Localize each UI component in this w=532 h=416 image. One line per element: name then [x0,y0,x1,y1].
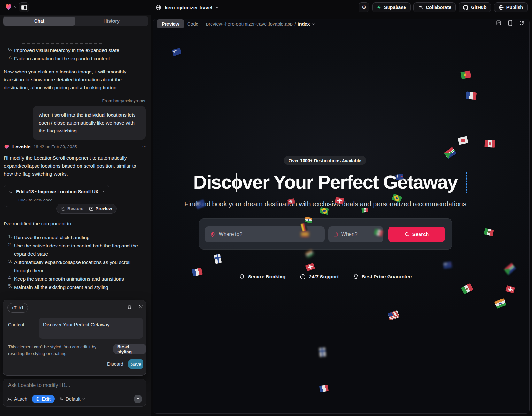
element-editor-panel: TT h1 Content Discover Your Perfect Geta… [3,300,146,376]
tab-code[interactable]: Code [185,19,201,28]
heart-icon [4,144,10,149]
message-menu-button[interactable]: ⋯ [142,144,147,149]
where-input[interactable] [219,231,320,237]
attach-button[interactable]: Attach [7,397,27,402]
flag-za-icon [444,147,456,159]
panel-icon [21,5,27,10]
arrow-up-icon [136,397,140,401]
url-bar[interactable]: preview--hero-optimizer-travel.lovable.a… [206,19,315,28]
where-field[interactable] [205,226,325,242]
flag-ch-icon [505,285,515,293]
flag-fi-icon [319,347,326,357]
collaborate-button[interactable]: Collaborate [413,2,456,12]
tab-chat[interactable]: Chat [3,17,75,26]
feature-secure-booking: Secure Booking [239,274,286,280]
sidebar-toggle-button[interactable] [19,2,29,12]
assistant-name: Lovable [12,144,31,149]
topbar-actions: ⚙ Supabase Collaborate GitHub Publish [359,2,528,12]
preview-button[interactable]: Preview [89,206,112,211]
supabase-button[interactable]: Supabase [372,2,411,12]
assistant-paragraph: I'll modify the LocationScroll component… [4,154,146,178]
clock-icon [300,274,306,280]
composer-actions: Attach Edit Default [7,395,142,403]
search-card: Search [199,218,452,250]
tab-preview[interactable]: Preview [157,19,184,28]
list-text: Improved visual hierarchy in the expande… [14,46,142,55]
restore-preview-pill: Restore Preview [56,204,117,214]
flag-mx-icon [484,228,494,236]
hero-subtitle: Find and book your dream destination wit… [184,200,466,208]
feature-support: 24/7 Support [300,274,339,280]
list-number: 7. [8,55,12,60]
lovable-logo[interactable] [4,3,17,11]
calendar-icon [333,231,338,237]
project-menu[interactable]: hero-optimizer-travel [156,3,219,12]
heart-icon [4,3,12,11]
settings-button[interactable]: ⚙ [359,2,369,12]
globe-icon [156,4,162,11]
url-host: preview--hero-optimizer-travel.lovable.a… [206,21,293,26]
external-link-icon [89,207,94,211]
when-field[interactable] [328,226,383,242]
close-panel-button[interactable] [138,304,143,309]
project-name: hero-optimizer-travel [165,5,212,10]
flag-ch-icon [305,263,315,271]
send-button[interactable] [134,395,142,403]
flag-us-icon [388,310,400,321]
default-mode-button[interactable]: Default [59,397,86,402]
open-external-icon[interactable] [496,20,501,26]
refresh-icon[interactable] [519,20,524,26]
list-number: 6. [8,46,12,52]
gear-icon: ⚙ [361,5,366,10]
sliders-icon [59,397,64,401]
element-tag-pill[interactable]: TT h1 [7,303,28,313]
reset-styling-button[interactable]: Reset styling [113,344,146,354]
github-icon [463,5,468,10]
list-number: 2. [8,242,12,247]
delete-element-button[interactable] [127,304,132,310]
mobile-view-icon[interactable] [508,20,512,26]
list-number: 3. [8,258,12,264]
feature-best-price: Best Price Guarantee [353,273,412,280]
restore-button[interactable]: Restore [61,206,83,211]
list-text: Automatically expand/collapse locations … [14,258,141,275]
github-button[interactable]: GitHub [459,2,491,12]
list-number: 1. [8,233,12,239]
flag-za-icon [504,263,516,275]
chevron-down-icon [82,397,85,401]
flag-pt-icon [460,71,471,79]
award-icon [353,273,359,280]
flag-jp-icon [458,136,468,145]
publish-button[interactable]: Publish [494,2,528,12]
flag-in-icon [494,298,506,309]
search-button[interactable]: Search [388,227,445,242]
tab-history[interactable]: History [75,17,148,26]
app: { "colors":{"accent":"#ec1e4f","rose":"#… [0,0,532,416]
edit-mode-button[interactable]: Edit [32,395,54,403]
content-input[interactable]: Discover Your Perfect Getaway [39,318,143,339]
sidebar-tabs: Chat History [3,16,148,26]
preview-viewport[interactable]: Over 1000+ Destinations Available Discov… [153,30,529,413]
composer-input[interactable] [8,382,139,392]
url-page: index [298,21,310,26]
flag-ca-icon [484,140,495,148]
message-timestamp: 18:42 on Feb 20, 2025 [34,144,77,149]
when-input[interactable] [341,231,379,237]
url-separator: / [295,21,296,26]
list-text: Use the activeIndex state to control bot… [14,242,139,258]
chat-composer: Attach Edit Default [3,379,146,407]
target-icon [35,397,40,401]
shield-icon [239,274,245,280]
edit-title: Edit #18 • Improve Location Scroll UX [16,189,98,194]
styling-note: This element can't be styled. You can ed… [8,344,107,357]
publish-label: Publish [506,5,523,10]
collaborate-label: Collaborate [426,5,451,10]
attach-label: Attach [14,397,27,402]
list-number: 5. [8,283,12,289]
flag-fi-icon [214,254,222,264]
save-button[interactable]: Save [128,359,143,369]
discard-button[interactable]: Discard [107,361,123,367]
preview-toolbar-icons [496,20,524,26]
element-tag: h1 [19,305,24,310]
hero-title[interactable]: Discover Your Perfect Getaway [193,172,458,193]
